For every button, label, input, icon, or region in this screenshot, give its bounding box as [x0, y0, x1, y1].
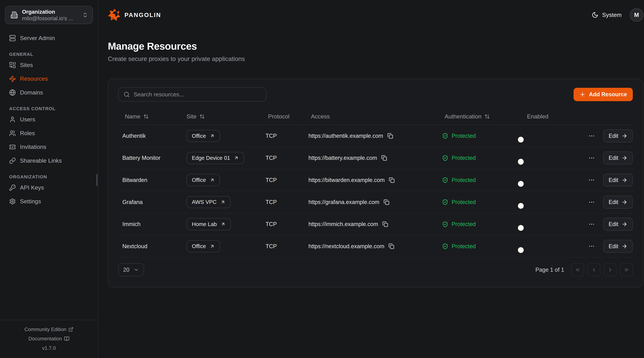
page-subtitle: Create secure proxies to your private ap… — [108, 55, 643, 62]
copy-icon[interactable] — [388, 243, 394, 249]
row-menu-button[interactable] — [586, 131, 596, 141]
sort-arrows-icon — [143, 114, 149, 119]
sidebar-item-roles[interactable]: Roles — [5, 126, 93, 140]
access-cell: https://bitwarden.example.com — [304, 169, 438, 191]
chevron-left-icon — [591, 267, 597, 273]
book-open-icon — [64, 336, 70, 341]
page-status: Page 1 of 1 — [536, 267, 564, 273]
table-row: Battery Monitor Edge Device 01 TCP https… — [118, 147, 633, 169]
site-link-button[interactable]: Home Lab — [186, 218, 231, 230]
avatar[interactable]: M — [630, 8, 643, 22]
brand[interactable]: PANGOLIN — [108, 9, 161, 22]
protocol-cell: TCP — [262, 147, 304, 169]
sidebar-item-shareable-links[interactable]: Shareable Links — [5, 154, 93, 168]
page-size-select[interactable]: 20 — [118, 263, 144, 276]
access-url: https://battery.example.com — [308, 155, 377, 161]
avatar-initial: M — [634, 12, 639, 18]
edit-button[interactable]: Edit — [603, 152, 633, 164]
access-url: https://authentik.example.com — [308, 133, 383, 139]
copy-icon[interactable] — [389, 177, 395, 183]
last-page-button[interactable] — [620, 263, 633, 276]
sidebar-item-invitations[interactable]: Invitations — [5, 140, 93, 154]
site-link-button[interactable]: Office — [186, 130, 220, 142]
access-cell: https://battery.example.com — [304, 147, 438, 169]
ellipsis-icon — [588, 199, 595, 206]
add-resource-button[interactable]: Add Resource — [574, 88, 633, 101]
documentation-link[interactable]: Documentation — [0, 334, 98, 343]
actions-cell: Edit — [579, 213, 633, 235]
building-icon — [10, 11, 18, 19]
sidebar-item-label: Users — [20, 116, 35, 123]
resource-name: Grafana — [122, 199, 143, 205]
table-row: Immich Home Lab TCP https://immich.examp… — [118, 213, 633, 235]
copy-icon[interactable] — [382, 221, 388, 227]
enabled-cell — [520, 169, 579, 191]
sidebar-item-label: Invitations — [20, 144, 46, 150]
site-cell: Home Lab — [180, 213, 262, 235]
site-name: Edge Device 01 — [192, 155, 230, 161]
copy-icon[interactable] — [387, 133, 393, 139]
column-header-site[interactable]: Site — [180, 108, 262, 125]
edit-button[interactable]: Edit — [603, 196, 633, 208]
copy-icon[interactable] — [384, 199, 389, 205]
sidebar-item-api-keys[interactable]: API Keys — [5, 181, 93, 195]
org-selector[interactable]: Organization milo@fossorial.io's ... — [5, 6, 93, 24]
sidebar-item-settings[interactable]: Settings — [5, 194, 93, 208]
sidebar-item-resources[interactable]: Resources — [5, 72, 93, 86]
authentication-cell: Protected — [438, 169, 520, 191]
edit-button[interactable]: Edit — [603, 174, 633, 186]
site-link-button[interactable]: AWS VPC — [186, 196, 231, 208]
copy-icon[interactable] — [381, 155, 387, 161]
theme-toggle[interactable]: System — [592, 12, 622, 18]
row-menu-button[interactable] — [586, 241, 596, 251]
authentication-cell: Protected — [438, 213, 520, 235]
page-size-value: 20 — [123, 267, 130, 273]
enabled-cell — [520, 235, 579, 257]
sidebar-item-sites[interactable]: Sites — [5, 58, 93, 72]
row-menu-button[interactable] — [586, 197, 596, 207]
access-url: https://grafana.example.com — [308, 199, 379, 205]
search-box[interactable] — [118, 87, 266, 102]
first-page-button[interactable] — [571, 263, 584, 276]
column-header-name[interactable]: Name — [118, 108, 180, 125]
ellipsis-icon — [588, 221, 595, 228]
key-icon — [9, 184, 16, 191]
protocol-cell: TCP — [262, 191, 304, 213]
authentication-status: Protected — [452, 155, 476, 161]
community-edition-link[interactable]: Community Edition — [0, 325, 98, 334]
search-input[interactable] — [134, 91, 261, 98]
next-page-button[interactable] — [604, 263, 616, 276]
protocol-cell: TCP — [262, 213, 304, 235]
table-row: Authentik Office TCP https://authentik.e… — [118, 125, 633, 147]
access-url: https://nextcloud.example.com — [308, 243, 384, 249]
column-header-authentication[interactable]: Authentication — [438, 108, 520, 125]
edit-button[interactable]: Edit — [603, 240, 633, 253]
enabled-cell — [520, 125, 579, 147]
site-link-button[interactable]: Office — [186, 174, 220, 186]
authentication-cell: Protected — [438, 191, 520, 213]
enabled-cell — [520, 213, 579, 235]
site-link-button[interactable]: Edge Device 01 — [186, 152, 244, 164]
row-menu-button[interactable] — [586, 175, 596, 185]
edit-button[interactable]: Edit — [603, 218, 633, 231]
edit-button[interactable]: Edit — [603, 129, 633, 142]
shield-check-icon — [442, 221, 448, 227]
ellipsis-icon — [588, 243, 595, 250]
sidebar-item-users[interactable]: Users — [5, 113, 93, 126]
sidebar: Organization milo@fossorial.io's ... Ser… — [0, 0, 98, 358]
sidebar-item-server-admin[interactable]: Server Admin — [5, 31, 93, 45]
sidebar-item-domains[interactable]: Domains — [5, 86, 93, 100]
row-menu-button[interactable] — [586, 219, 596, 229]
authentication-status: Protected — [452, 243, 476, 249]
site-link-button[interactable]: Office — [186, 240, 220, 252]
previous-page-button[interactable] — [588, 263, 600, 276]
enabled-cell — [520, 191, 579, 213]
resource-name: Immich — [122, 221, 140, 227]
sidebar-scrollbar[interactable] — [96, 174, 98, 186]
sidebar-item-label: Resources — [20, 75, 48, 82]
edit-label: Edit — [608, 243, 618, 249]
row-menu-button[interactable] — [586, 153, 596, 163]
access-cell: https://immich.example.com — [304, 213, 438, 235]
user-icon — [9, 116, 16, 123]
edit-label: Edit — [608, 133, 618, 139]
